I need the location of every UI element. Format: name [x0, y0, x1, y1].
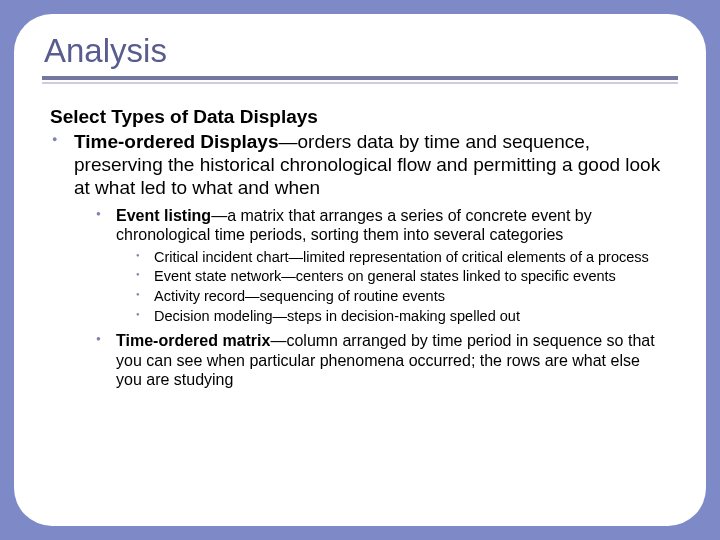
bullet-level-1: Time-ordered Displays—orders data by tim…: [50, 130, 670, 390]
list-item: Time-ordered matrix—column arranged by t…: [112, 331, 670, 390]
content-card: Analysis Select Types of Data Displays T…: [14, 14, 706, 526]
list-item: Event listing—a matrix that arranges a s…: [112, 206, 670, 326]
slide-body: Select Types of Data Displays Time-order…: [42, 98, 678, 390]
list-item: Time-ordered Displays—orders data by tim…: [70, 130, 670, 390]
divider-dark: [42, 76, 678, 80]
list-item: Critical incident chart—limited represen…: [150, 249, 670, 267]
list-item: Event state network—centers on general s…: [150, 268, 670, 286]
list-item: Decision modeling—steps in decision-maki…: [150, 308, 670, 326]
bullet-lead: Event listing: [116, 207, 211, 224]
slide: Analysis Select Types of Data Displays T…: [0, 0, 720, 540]
divider-light: [42, 82, 678, 84]
list-item: Activity record—sequencing of routine ev…: [150, 288, 670, 306]
bullet-lead: Time-ordered matrix: [116, 332, 270, 349]
bullet-lead: Time-ordered Displays: [74, 131, 279, 152]
bullet-level-3: Critical incident chart—limited represen…: [116, 249, 670, 326]
slide-title: Analysis: [42, 32, 678, 70]
section-heading: Select Types of Data Displays: [50, 106, 670, 128]
bullet-level-2: Event listing—a matrix that arranges a s…: [74, 206, 670, 390]
